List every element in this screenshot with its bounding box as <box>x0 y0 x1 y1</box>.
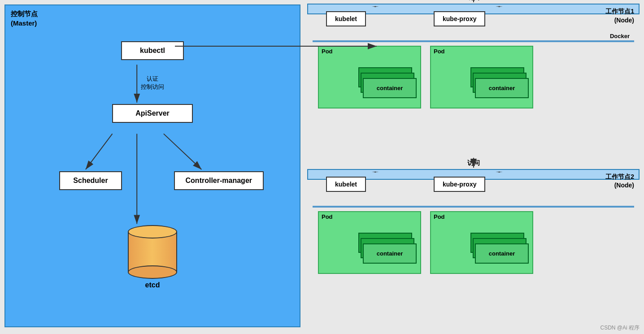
svg-line-4 <box>164 134 201 169</box>
cylinder-top <box>128 225 177 239</box>
node2-kubelet: kubelet <box>326 177 366 192</box>
node1-docker-label: Docker <box>610 33 630 39</box>
node1-panel: 工作节点1 (Node) kubelet kube-proxy Docker P… <box>307 4 640 14</box>
node1-pod2-containers: container <box>470 67 529 103</box>
node2-label: 工作节点2 (Node) <box>605 173 634 190</box>
cylinder-bottom <box>128 265 177 279</box>
right-panel: 访问 工作节点1 (Node) kubelet kube-proxy <box>305 0 644 334</box>
node1-pod1: Pod container <box>318 46 421 108</box>
node1-pod1-label: Pod <box>319 47 420 56</box>
node2-pod1: Pod container <box>318 211 421 274</box>
node1-pod1-containers: container <box>358 67 417 103</box>
auth-label: 认证 控制访问 <box>141 75 164 91</box>
node1-docker-area: Docker Pod container Pod <box>313 40 634 42</box>
master-title: 控制节点 (Master) <box>11 9 38 28</box>
node1-label: 工作节点1 (Node) <box>605 7 634 25</box>
node2-pod1-front: container <box>363 243 417 264</box>
node2-panel: 工作节点2 (Node) kubelet kube-proxy Pod <box>307 169 640 180</box>
node1-pod2-label: Pod <box>431 47 532 56</box>
node2-kubeproxy: kube-proxy <box>434 177 485 192</box>
svg-line-2 <box>86 134 113 169</box>
node1-kubeproxy: kube-proxy <box>434 11 485 26</box>
node1-pod1-front: container <box>363 78 417 98</box>
node2-wrapper: 访问 工作节点2 (Node) kubelet kube-proxy <box>307 169 640 331</box>
node1-wrapper: 访问 工作节点1 (Node) kubelet kube-proxy <box>307 4 640 165</box>
node2-pod2: Pod container <box>430 211 533 274</box>
node2-pod2-label: Pod <box>431 212 532 221</box>
master-panel: 控制节点 (Master) kubectl 认证 控制访问 ApiServer … <box>4 4 300 327</box>
main-diagram: 控制节点 (Master) kubectl 认证 控制访问 ApiServer … <box>0 0 644 334</box>
controller-box: Controller-manager <box>174 171 264 190</box>
etcd-cylinder <box>128 225 177 279</box>
node2-pod1-label: Pod <box>319 212 420 221</box>
etcd-label: etcd <box>145 281 160 289</box>
kubectl-box: kubectl <box>121 41 184 60</box>
node2-pod1-containers: container <box>358 233 417 269</box>
apiserver-box: ApiServer <box>112 104 193 123</box>
scheduler-box: Scheduler <box>59 171 122 190</box>
node1-pod2: Pod container <box>430 46 533 108</box>
node1-pod2-front: container <box>475 78 529 98</box>
node2-docker-area: Pod container Pod container <box>313 206 634 208</box>
node1-kubelet: kubelet <box>326 11 366 26</box>
node2-pod2-containers: container <box>470 233 529 269</box>
node2-pod2-front: container <box>475 243 529 264</box>
etcd-container: etcd <box>128 225 177 289</box>
watermark: CSDN @Ai 程序 <box>600 324 640 332</box>
